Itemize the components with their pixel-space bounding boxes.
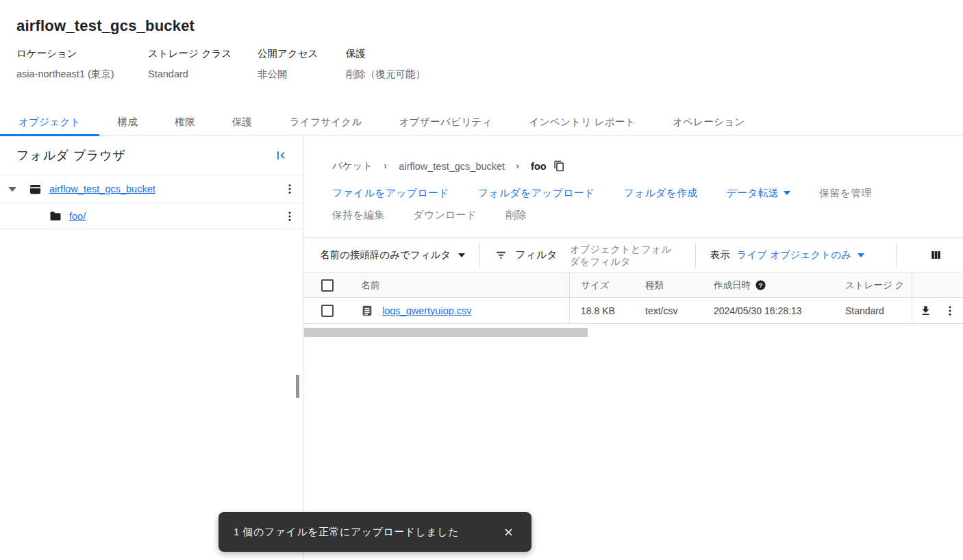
tree-row-bucket: airflow_test_gcs_bucket	[0, 175, 303, 203]
download-object-icon[interactable]	[920, 305, 931, 316]
tree-folder-link[interactable]: foo/	[69, 211, 86, 222]
tab-objects[interactable]: オブジェクト	[0, 109, 99, 136]
svg-text:?: ?	[758, 281, 762, 289]
column-header-created-label: 作成日時	[714, 279, 751, 292]
show-filter-group: 表示 ライブ オブジェクトのみ	[710, 249, 864, 262]
show-value-label: ライブ オブジェクトのみ	[737, 249, 851, 262]
upload-file-button[interactable]: ファイルをアップロード	[332, 187, 449, 200]
divider	[896, 243, 897, 268]
objects-filter-input[interactable]: オブジェクトとフォルダをフィルタ	[570, 243, 681, 268]
breadcrumb-bucket-link[interactable]: airflow_test_gcs_bucket	[399, 161, 505, 172]
meta-label: 保護	[346, 48, 425, 59]
tab-protection[interactable]: 保護	[214, 109, 271, 136]
object-link[interactable]: logs_qwertyuiop.csv	[382, 305, 472, 316]
chevron-right-icon	[514, 162, 522, 170]
cell-type: text/csv	[634, 298, 703, 323]
meta-value: 非公開	[258, 68, 346, 80]
tree-expand-icon[interactable]	[8, 187, 16, 192]
meta-public-access: 公開アクセス 非公開	[258, 48, 346, 80]
manage-holds-button[interactable]: 保留を管理	[819, 187, 871, 200]
data-transfer-label: データ転送	[727, 187, 779, 200]
meta-label: ストレージ クラス	[148, 48, 258, 59]
meta-value: 削除（復元可能）	[346, 68, 425, 80]
create-folder-button[interactable]: フォルダを作成	[623, 187, 697, 200]
file-icon	[361, 305, 373, 317]
bucket-header: airflow_test_gcs_bucket ロケーション asia-nort…	[0, 0, 963, 80]
bucket-tabs: オブジェクト 構成 権限 保護 ライフサイクル オブザーバビリティ インベントリ…	[0, 109, 963, 136]
tab-operations[interactable]: オペレーション	[654, 109, 764, 136]
tab-lifecycle[interactable]: ライフサイクル	[271, 109, 381, 136]
show-label: 表示	[710, 249, 730, 262]
filter-prefix-label: 名前の接頭辞のみでフィルタ	[320, 249, 451, 262]
filter-button-label: フィルタ	[515, 249, 557, 262]
folder-browser-title: フォルダ ブラウザ	[16, 147, 126, 164]
meta-protection: 保護 削除（復元可能）	[346, 48, 425, 80]
folder-menu-icon[interactable]	[284, 210, 296, 222]
edit-retention-button[interactable]: 保持を編集	[332, 209, 384, 222]
row-checkbox[interactable]	[321, 305, 334, 317]
meta-value: Standard	[148, 68, 258, 80]
download-button[interactable]: ダウンロード	[413, 209, 477, 222]
chevron-right-icon	[382, 162, 390, 170]
cell-storage-class: Standard	[834, 298, 912, 323]
tab-permissions[interactable]: 権限	[156, 109, 214, 136]
meta-location: ロケーション asia-northeast1 (東京)	[16, 48, 148, 80]
tree-row-folder: foo/	[0, 203, 303, 229]
upload-folder-button[interactable]: フォルダをアップロード	[478, 187, 595, 200]
horizontal-scrollbar[interactable]	[304, 328, 588, 337]
help-icon[interactable]: ?	[755, 280, 766, 290]
tab-observability[interactable]: オブザーバビリティ	[381, 109, 511, 136]
meta-value: asia-northeast1 (東京)	[16, 68, 148, 80]
tree-bucket-link[interactable]: airflow_test_gcs_bucket	[49, 183, 155, 194]
meta-label: 公開アクセス	[258, 48, 346, 59]
column-header-actions	[912, 273, 963, 297]
filter-button[interactable]: フィルタ	[495, 249, 557, 262]
upload-success-snackbar: 1 個のファイルを正常にアップロードしました	[218, 512, 531, 552]
objects-table-header: 名前 サイズ 種類 作成日時 ? ストレージ ク	[303, 272, 963, 298]
tab-configuration[interactable]: 構成	[99, 109, 157, 136]
column-header-name: 名前	[361, 279, 379, 292]
vertical-scrollbar[interactable]	[296, 375, 299, 398]
copy-path-icon[interactable]	[553, 160, 565, 172]
collapse-panel-icon[interactable]	[274, 149, 288, 162]
breadcrumb-buckets-link[interactable]: バケット	[332, 160, 373, 173]
bucket-icon	[29, 183, 42, 196]
objects-panel: バケット airflow_test_gcs_bucket foo ファイルをアッ…	[303, 136, 963, 559]
chevron-down-icon	[858, 253, 864, 257]
meta-label: ロケーション	[16, 48, 148, 59]
column-header-size: サイズ	[569, 273, 634, 297]
filter-prefix-dropdown[interactable]: 名前の接頭辞のみでフィルタ	[320, 249, 465, 262]
meta-storage-class: ストレージ クラス Standard	[148, 48, 258, 80]
breadcrumb-current-folder: foo	[531, 161, 547, 172]
data-transfer-menu-button[interactable]: データ転送	[727, 187, 791, 200]
folder-icon	[49, 210, 62, 222]
cell-size: 18.8 KB	[569, 298, 634, 323]
divider	[695, 243, 696, 268]
close-icon[interactable]	[499, 523, 518, 542]
snackbar-message: 1 個のファイルを正常にアップロードしました	[234, 526, 459, 539]
filter-list-icon	[495, 249, 508, 262]
page-title: airflow_test_gcs_bucket	[16, 16, 947, 36]
divider	[479, 243, 480, 268]
table-row: logs_qwertyuiop.csv 18.8 KB text/csv 202…	[303, 298, 963, 324]
select-all-checkbox[interactable]	[321, 279, 334, 292]
breadcrumb: バケット airflow_test_gcs_bucket foo	[332, 160, 963, 173]
show-objects-dropdown[interactable]: ライブ オブジェクトのみ	[737, 249, 864, 262]
object-actions-toolbar: ファイルをアップロード フォルダをアップロード フォルダを作成 データ転送 保留…	[332, 182, 963, 226]
chevron-down-icon	[458, 253, 465, 257]
object-menu-icon[interactable]	[944, 305, 956, 317]
filter-bar: 名前の接頭辞のみでフィルタ フィルタ オブジェクトとフォルダをフィルタ 表示 ラ…	[303, 237, 963, 272]
chevron-down-icon	[784, 191, 790, 195]
bucket-meta: ロケーション asia-northeast1 (東京) ストレージ クラス St…	[16, 48, 947, 80]
folder-browser-panel: フォルダ ブラウザ airflow_test_gcs_bucket foo/	[0, 136, 303, 559]
bucket-menu-icon[interactable]	[284, 183, 296, 195]
column-header-storage-class: ストレージ ク	[834, 273, 912, 297]
tab-inventory-reports[interactable]: インベントリ レポート	[511, 109, 654, 136]
column-header-type: 種類	[634, 273, 703, 297]
delete-button[interactable]: 削除	[505, 209, 526, 222]
column-display-options-icon[interactable]	[929, 249, 942, 262]
column-header-created: 作成日時 ?	[703, 273, 834, 297]
cell-created: 2024/05/30 16:28:13	[703, 298, 834, 323]
